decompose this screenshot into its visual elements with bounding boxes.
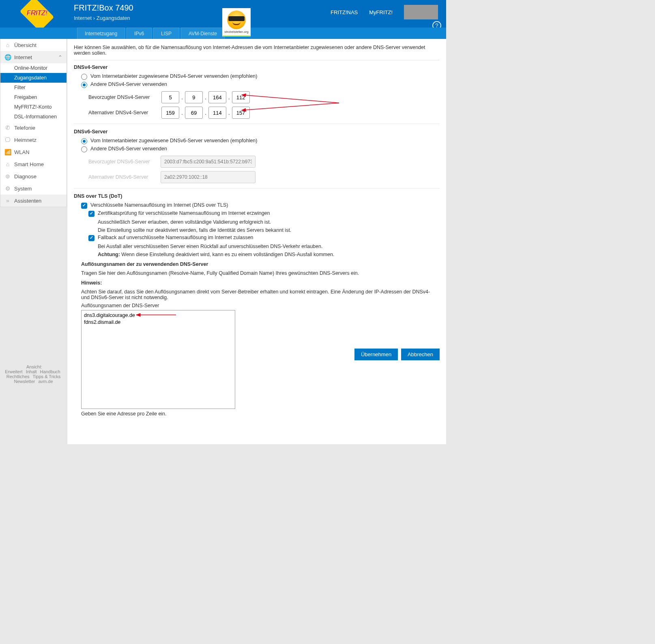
v4-alt-octet-1[interactable]	[161, 107, 179, 119]
top-header: FRITZ! FRITZ!Box 7490 Internet › Zugangs…	[0, 0, 446, 28]
nav-fritznas[interactable]: FRITZ!NAS	[331, 9, 358, 15]
sidebar-item-assistenten[interactable]: »Assistenten	[0, 195, 67, 207]
nav-myfritz[interactable]: MyFRITZ!	[369, 9, 393, 15]
site-badge: strobelstefan.org	[222, 8, 251, 36]
v4-pref-octet-3[interactable]	[208, 91, 226, 103]
intro-text: Hier können Sie auswählen, ob für die Na…	[74, 45, 440, 60]
sidebar-item-uebersicht[interactable]: ⌂Übersicht	[0, 39, 67, 51]
sidebar-item-zugangsdaten[interactable]: Zugangsdaten	[0, 73, 67, 83]
footer-handbuch[interactable]: Handbuch	[40, 369, 60, 374]
v4-pref-octet-1[interactable]	[161, 91, 179, 103]
v4-alt-octet-2[interactable]	[185, 107, 203, 119]
resolve-names-textarea[interactable]	[81, 310, 235, 409]
sidebar-item-wlan[interactable]: 📶WLAN	[0, 146, 67, 158]
content-area: Hier können Sie auswählen, ob für die Na…	[67, 39, 446, 444]
wifi-icon: 📶	[4, 149, 11, 155]
radio-v4-provider[interactable]	[81, 74, 87, 80]
sidebar-item-system[interactable]: ⚙System	[0, 182, 67, 195]
chevron-up-icon: ⌃	[58, 54, 62, 60]
sidebar-item-smarthome[interactable]: ⌂Smart Home	[0, 158, 67, 170]
apply-button[interactable]: Übernehmen	[354, 349, 398, 360]
v4-pref-octet-4[interactable]	[232, 91, 250, 103]
sidebar-item-diagnose[interactable]: ⊚Diagnose	[0, 170, 67, 182]
checkbox-dot-certcheck[interactable]	[88, 211, 94, 217]
hint-title: Hinweis:	[81, 280, 440, 286]
sidebar-item-heimnetz[interactable]: 🖵Heimnetz	[0, 134, 67, 146]
network-icon: 🖵	[4, 137, 11, 143]
footer-avmde[interactable]: avm.de	[38, 379, 53, 384]
tab-lisp[interactable]: LISP	[153, 28, 179, 39]
tab-avm-dienste[interactable]: AVM-Dienste	[181, 28, 225, 39]
radio-v6-custom[interactable]	[81, 146, 87, 152]
sidebar-item-telefonie[interactable]: ✆Telefonie	[0, 122, 67, 134]
resolve-title: Auflösungsnamen der zu verwendenden DNS-…	[81, 261, 440, 267]
sidebar-item-freigaben[interactable]: Freigaben	[0, 92, 67, 102]
v6-pref-label: Bevorzugter DNSv6-Server	[88, 159, 161, 165]
footer-rechtliches[interactable]: Rechtliches	[6, 374, 30, 379]
logo[interactable]: FRITZ!	[0, 0, 74, 28]
gear-icon: ⚙	[4, 185, 11, 192]
sidebar: ⌂Übersicht 🌐Internet⌃ Online-Monitor Zug…	[0, 39, 67, 207]
smiley-icon	[227, 11, 246, 29]
v4-alt-label: Alternativer DNSv4-Server	[88, 110, 161, 116]
footer-newsletter[interactable]: Newsletter	[14, 379, 35, 384]
smarthome-icon: ⌂	[4, 161, 11, 167]
breadcrumb-leaf: Zugangsdaten	[97, 15, 130, 21]
sidebar-item-filter[interactable]: Filter	[0, 83, 67, 92]
phone-icon: ✆	[4, 124, 11, 131]
checkbox-dot-fallback[interactable]	[88, 235, 94, 241]
tab-ipv6[interactable]: IPv6	[127, 28, 152, 39]
v6-alt-label: Alternativer DNSv6-Server	[88, 174, 161, 180]
v4-alt-octet-4[interactable]	[232, 107, 250, 119]
radio-v4-custom[interactable]	[81, 82, 87, 88]
v6-alt-input	[161, 171, 256, 183]
wizard-icon: »	[4, 197, 11, 204]
sidebar-item-internet[interactable]: 🌐Internet⌃	[0, 51, 67, 63]
dnsv6-title: DNSv6-Server	[74, 129, 440, 135]
footer-tipps[interactable]: Tipps & Tricks	[33, 374, 61, 379]
sidebar-footer: Ansicht: ErweitertInhaltHandbuch Rechtli…	[0, 361, 67, 387]
cancel-button[interactable]: Abbrechen	[401, 349, 440, 360]
footer-inhalt[interactable]: Inhalt	[26, 369, 37, 374]
sidebar-item-dsl-informationen[interactable]: DSL-Informationen	[0, 112, 67, 122]
v4-pref-label: Bevorzugter DNSv4-Server	[88, 94, 161, 100]
sidebar-item-online-monitor[interactable]: Online-Monitor	[0, 63, 67, 73]
breadcrumb: Internet › Zugangsdaten	[74, 15, 331, 21]
diagnose-icon: ⊚	[4, 173, 11, 180]
home-icon: ⌂	[4, 42, 11, 48]
dnsv4-title: DNSv4-Server	[74, 64, 440, 70]
v6-pref-input	[161, 156, 256, 168]
globe-icon: 🌐	[4, 54, 11, 60]
tab-internetzugang[interactable]: Internetzugang	[77, 28, 125, 39]
v4-alt-octet-3[interactable]	[208, 107, 226, 119]
v4-pref-octet-2[interactable]	[185, 91, 203, 103]
checkbox-dot-enable[interactable]	[81, 203, 87, 209]
radio-v6-provider[interactable]	[81, 138, 87, 144]
breadcrumb-root[interactable]: Internet	[74, 15, 92, 21]
product-title: FRITZ!Box 7490	[74, 3, 331, 13]
dot-title: DNS over TLS (DoT)	[74, 193, 440, 199]
sidebar-item-myfritz-konto[interactable]: MyFRITZ!-Konto	[0, 102, 67, 112]
user-box[interactable]	[404, 5, 438, 19]
